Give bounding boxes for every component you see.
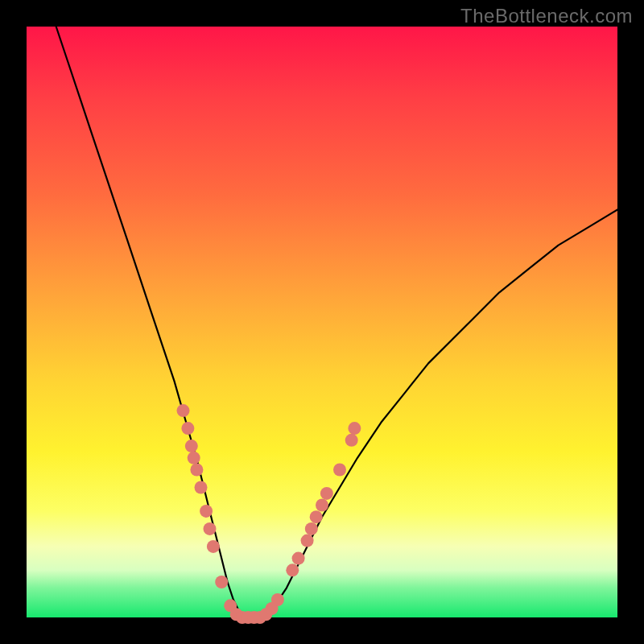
bottleneck-curve	[56, 27, 617, 617]
data-marker	[310, 510, 323, 523]
data-marker	[320, 487, 333, 500]
chart-svg	[27, 27, 617, 617]
data-marker	[204, 522, 217, 535]
data-marker	[207, 540, 220, 553]
data-marker	[188, 452, 200, 464]
data-marker	[181, 422, 194, 435]
data-markers	[177, 404, 361, 624]
data-marker	[348, 422, 361, 435]
watermark-text: TheBottleneck.com	[460, 5, 633, 27]
data-marker	[195, 481, 208, 494]
data-marker	[292, 552, 305, 565]
data-marker	[333, 464, 346, 477]
data-marker	[271, 593, 284, 606]
data-marker	[345, 434, 358, 447]
data-marker	[301, 535, 314, 547]
data-marker	[185, 440, 198, 452]
data-marker	[177, 404, 190, 417]
data-marker	[200, 505, 213, 518]
data-marker	[190, 464, 203, 477]
chart-stage: TheBottleneck.com	[0, 0, 644, 644]
data-marker	[316, 499, 328, 512]
plot-area	[27, 27, 617, 617]
data-marker	[286, 564, 299, 576]
data-marker	[305, 522, 318, 535]
data-marker	[215, 576, 228, 588]
